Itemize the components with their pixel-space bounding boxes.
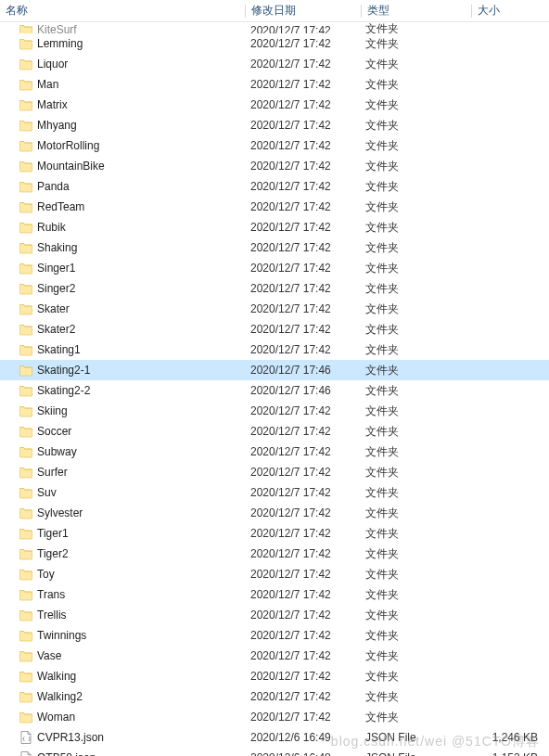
table-row[interactable]: Lemming2020/12/7 17:42文件夹	[0, 33, 549, 54]
cell-name[interactable]: Mhyang	[0, 118, 245, 133]
table-row[interactable]: Skating2-12020/12/7 17:46文件夹	[0, 360, 549, 380]
table-row[interactable]: Vase2020/12/7 17:42文件夹	[0, 646, 549, 666]
table-row[interactable]: Liquor2020/12/7 17:42文件夹	[0, 54, 549, 74]
cell-date: 2020/12/7 17:46	[245, 384, 360, 397]
table-row[interactable]: Shaking2020/12/7 17:42文件夹	[0, 237, 549, 258]
table-row[interactable]: Skater2020/12/7 17:42文件夹	[0, 299, 549, 319]
cell-name[interactable]: MountainBike	[0, 159, 245, 173]
cell-name[interactable]: Matrix	[0, 97, 245, 112]
cell-name[interactable]: Singer2	[0, 281, 245, 296]
cell-name[interactable]: Skater	[0, 301, 245, 316]
cell-name[interactable]: Tiger1	[0, 526, 245, 541]
cell-name[interactable]: Lemming	[0, 36, 245, 51]
table-row[interactable]: Skater22020/12/7 17:42文件夹	[0, 319, 549, 340]
column-header-name[interactable]: 名称	[0, 0, 245, 22]
table-row[interactable]: Matrix2020/12/7 17:42文件夹	[0, 95, 549, 115]
table-row[interactable]: Man2020/12/7 17:42文件夹	[0, 74, 549, 95]
cell-name[interactable]: { }CVPR13.json	[0, 730, 245, 745]
folder-icon	[19, 689, 33, 704]
cell-date: 2020/12/7 17:42	[245, 670, 360, 683]
column-header-type[interactable]: 类型	[362, 0, 471, 22]
table-row[interactable]: Surfer2020/12/7 17:42文件夹	[0, 462, 549, 482]
cell-name[interactable]: Sylvester	[0, 506, 245, 520]
json-file-icon: { }	[19, 730, 33, 745]
cell-name[interactable]: Vase	[0, 648, 245, 663]
cell-name[interactable]: Singer1	[0, 261, 245, 275]
cell-type: 文件夹	[360, 710, 469, 725]
cell-name[interactable]: KiteSurf	[0, 22, 245, 33]
cell-date: 2020/12/7 17:42	[245, 119, 360, 132]
table-row[interactable]: Tiger12020/12/7 17:42文件夹	[0, 523, 549, 544]
table-row[interactable]: Toy2020/12/7 17:42文件夹	[0, 564, 549, 584]
table-row[interactable]: Panda2020/12/7 17:42文件夹	[0, 176, 549, 197]
cell-name[interactable]: Toy	[0, 567, 245, 582]
cell-name[interactable]: RedTeam	[0, 199, 245, 214]
table-row[interactable]: Singer22020/12/7 17:42文件夹	[0, 278, 549, 299]
column-header-size[interactable]: 大小	[472, 0, 546, 22]
cell-type: JSON File	[360, 751, 469, 756]
cell-name[interactable]: Surfer	[0, 465, 245, 480]
cell-name[interactable]: Skating2-2	[0, 383, 245, 398]
cell-date: 2020/12/7 17:42	[245, 24, 360, 33]
table-row[interactable]: KiteSurf2020/12/7 17:42文件夹	[0, 22, 549, 33]
file-name-label: Skater	[37, 302, 70, 315]
cell-name[interactable]: Walking	[0, 669, 245, 684]
cell-name[interactable]: Skater2	[0, 322, 245, 337]
cell-name[interactable]: Subway	[0, 444, 245, 459]
cell-type: 文件夹	[360, 342, 469, 358]
table-row[interactable]: MotorRolling2020/12/7 17:42文件夹	[0, 135, 549, 156]
cell-name[interactable]: Soccer	[0, 424, 245, 439]
cell-name[interactable]: Walking2	[0, 689, 245, 704]
table-row[interactable]: Mhyang2020/12/7 17:42文件夹	[0, 115, 549, 135]
table-row[interactable]: MountainBike2020/12/7 17:42文件夹	[0, 156, 549, 176]
file-name-label: Singer2	[37, 282, 75, 295]
table-row[interactable]: RedTeam2020/12/7 17:42文件夹	[0, 197, 549, 217]
table-row[interactable]: Subway2020/12/7 17:42文件夹	[0, 442, 549, 462]
cell-name[interactable]: Skating1	[0, 342, 245, 357]
table-row[interactable]: Walking2020/12/7 17:42文件夹	[0, 666, 549, 686]
cell-name[interactable]: Man	[0, 77, 245, 92]
cell-name[interactable]: MotorRolling	[0, 138, 245, 153]
column-header-date[interactable]: 修改日期	[246, 0, 361, 22]
table-row[interactable]: Tiger22020/12/7 17:42文件夹	[0, 544, 549, 564]
folder-icon	[19, 342, 33, 357]
table-row[interactable]: Trans2020/12/7 17:42文件夹	[0, 584, 549, 605]
cell-type: 文件夹	[360, 506, 469, 521]
table-row[interactable]: { }CVPR13.json2020/12/6 16:49JSON File1,…	[0, 727, 549, 748]
cell-type: 文件夹	[360, 138, 469, 154]
table-row[interactable]: Woman2020/12/7 17:42文件夹	[0, 707, 549, 727]
cell-name[interactable]: { }OTB50.json	[0, 750, 245, 756]
table-row[interactable]: Singer12020/12/7 17:42文件夹	[0, 258, 549, 278]
table-row[interactable]: Skating2-22020/12/7 17:46文件夹	[0, 380, 549, 401]
cell-type: JSON File	[360, 731, 469, 744]
cell-date: 2020/12/7 17:42	[245, 466, 360, 479]
cell-name[interactable]: Liquor	[0, 57, 245, 71]
cell-name[interactable]: Skiing	[0, 404, 245, 418]
cell-name[interactable]: Trans	[0, 587, 245, 602]
table-row[interactable]: { }OTB50.json2020/12/6 16:48JSON File1,1…	[0, 748, 549, 756]
cell-date: 2020/12/7 17:42	[245, 323, 360, 336]
file-name-label: Woman	[37, 711, 75, 724]
cell-name[interactable]: Panda	[0, 179, 245, 194]
cell-name[interactable]: Tiger2	[0, 546, 245, 561]
table-row[interactable]: Skiing2020/12/7 17:42文件夹	[0, 401, 549, 421]
table-row[interactable]: Twinnings2020/12/7 17:42文件夹	[0, 625, 549, 646]
folder-icon	[19, 648, 33, 663]
table-row[interactable]: Sylvester2020/12/7 17:42文件夹	[0, 503, 549, 523]
folder-icon	[19, 36, 33, 51]
cell-name[interactable]: Trellis	[0, 608, 245, 622]
table-row[interactable]: Skating12020/12/7 17:42文件夹	[0, 340, 549, 360]
cell-name[interactable]: Suv	[0, 485, 245, 500]
table-row[interactable]: Walking22020/12/7 17:42文件夹	[0, 686, 549, 707]
table-row[interactable]: Trellis2020/12/7 17:42文件夹	[0, 605, 549, 625]
cell-name[interactable]: Skating2-1	[0, 363, 245, 378]
table-row[interactable]: Suv2020/12/7 17:42文件夹	[0, 482, 549, 503]
cell-date: 2020/12/7 17:42	[245, 180, 360, 193]
table-row[interactable]: Soccer2020/12/7 17:42文件夹	[0, 421, 549, 442]
cell-name[interactable]: Rubik	[0, 220, 245, 235]
cell-name[interactable]: Twinnings	[0, 628, 245, 643]
cell-name[interactable]: Woman	[0, 710, 245, 724]
file-list: KiteSurf2020/12/7 17:42文件夹Lemming2020/12…	[0, 22, 549, 756]
table-row[interactable]: Rubik2020/12/7 17:42文件夹	[0, 217, 549, 237]
cell-name[interactable]: Shaking	[0, 240, 245, 255]
